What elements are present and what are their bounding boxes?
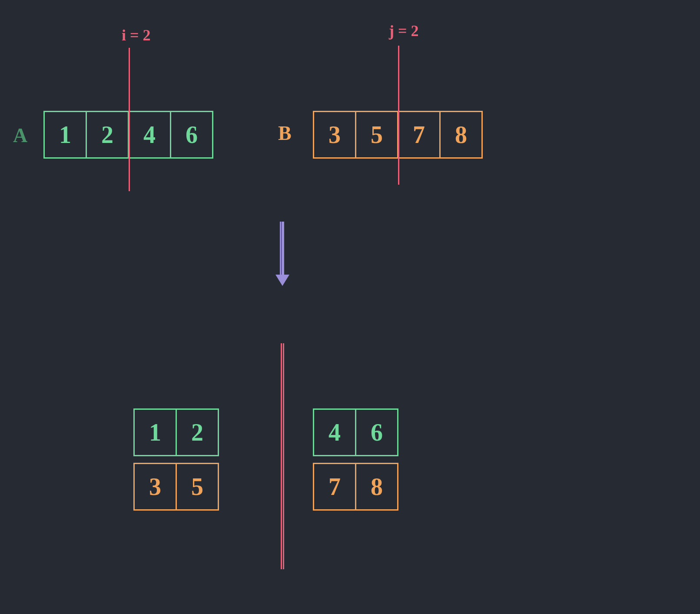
divider-i: [129, 48, 130, 191]
array-a-label: A: [13, 124, 27, 147]
index-j-label: j = 2: [389, 22, 419, 40]
index-i-label: i = 2: [122, 26, 151, 44]
array-a-cell: 4: [128, 111, 171, 159]
array-b-cell: 5: [355, 111, 398, 159]
array-b-cell: 7: [397, 111, 441, 159]
split-left-top: 1 2: [133, 408, 219, 456]
divider-j: [398, 46, 399, 185]
split-cell: 2: [176, 408, 219, 456]
arrow-down-icon: [282, 222, 284, 278]
split-cell: 8: [355, 463, 398, 511]
split-cell: 4: [313, 408, 356, 456]
split-cell: 6: [355, 408, 398, 456]
split-right-bot: 7 8: [313, 463, 398, 511]
split-left-bot: 3 5: [133, 463, 219, 511]
divider-center: [281, 343, 282, 569]
array-a-cell: 2: [86, 111, 129, 159]
split-right-top: 4 6: [313, 408, 398, 456]
split-cell: 3: [133, 463, 177, 511]
array-b-label: B: [278, 122, 292, 145]
split-cell: 1: [133, 408, 177, 456]
array-b-cell: 8: [439, 111, 483, 159]
array-b-cell: 3: [313, 111, 356, 159]
array-a-cell: 6: [170, 111, 213, 159]
array-a-cell: 1: [43, 111, 87, 159]
split-cell: 7: [313, 463, 356, 511]
split-cell: 5: [176, 463, 219, 511]
